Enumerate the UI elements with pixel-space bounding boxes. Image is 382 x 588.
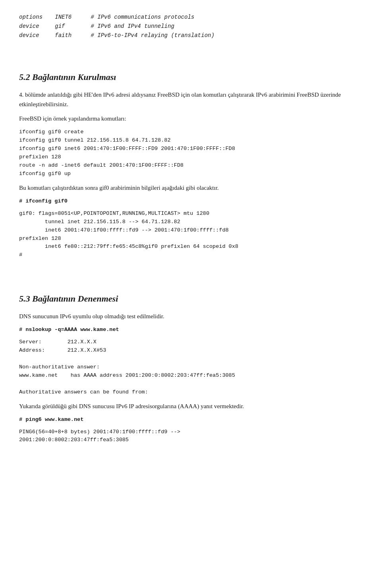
section-52-code2-bold: # ifconfig gif0 — [19, 197, 363, 206]
section-53-code2-rest: PING6(56=40+8+8 bytes) 2001:470:1f00:fff… — [19, 428, 363, 445]
section-53-para1: DNS sunucunun IPv6 uyumlu olup olmadığı … — [19, 312, 363, 321]
section-53-para2: Yukarıda görüldüğü gibi DNS sunucusu IPv… — [19, 401, 363, 411]
section-53-code1-rest: Server: 212.X.X.X Address: 212.X.X.X#53 … — [19, 338, 363, 396]
section-53-heading: 5.3 Bağlantının Denenmesi — [19, 292, 363, 305]
col-value: INET6 — [55, 13, 91, 22]
section-52-heading: 5.2 Bağlantının Kurulması — [19, 70, 363, 84]
col-comment: # IPv6-to-IPv4 relaying (translation) — [91, 31, 214, 40]
section-53-code2: # ping6 www.kame.net PING6(56=40+8+8 byt… — [19, 416, 363, 445]
col-value: gif — [55, 22, 91, 31]
section-52-code2-rest: gif0: flags=8051<UP,POINTOPOINT,RUNNING,… — [19, 210, 363, 260]
col-value: faith — [55, 31, 91, 40]
col-keyword: device — [19, 31, 55, 40]
section-52-para1: 4. bölümde anlatıldığı gibi HE'den IPv6 … — [19, 90, 363, 109]
col-comment: # IPv6 and IPv4 tunneling — [91, 22, 174, 31]
col-keyword: device — [19, 22, 55, 31]
table-row: device gif # IPv6 and IPv4 tunneling — [19, 22, 363, 31]
col-keyword: options — [19, 13, 55, 22]
section-53-code1: # nslookup -q=AAAA www.kame.net Server: … — [19, 326, 363, 396]
section-53-code2-bold: # ping6 www.kame.net — [19, 416, 363, 424]
top-table: options INET6 # IPv6 communications prot… — [19, 13, 363, 40]
col-comment: # IPv6 communications protocols — [91, 13, 194, 22]
section-52-code1: ifconfig gif0 create ifconfig gif0 tunne… — [19, 128, 363, 178]
section-52-code2: # ifconfig gif0 gif0: flags=8051<UP,POIN… — [19, 197, 363, 259]
section-52-para3: Bu komutları çalıştırdıktan sonra gif0 a… — [19, 183, 363, 193]
section-53-code1-bold: # nslookup -q=AAAA www.kame.net — [19, 326, 363, 334]
section-52-para2: FreeBSD için örnek yapılandırma komutlar… — [19, 114, 363, 123]
table-row: options INET6 # IPv6 communications prot… — [19, 13, 363, 22]
table-row: device faith # IPv6-to-IPv4 relaying (tr… — [19, 31, 363, 40]
